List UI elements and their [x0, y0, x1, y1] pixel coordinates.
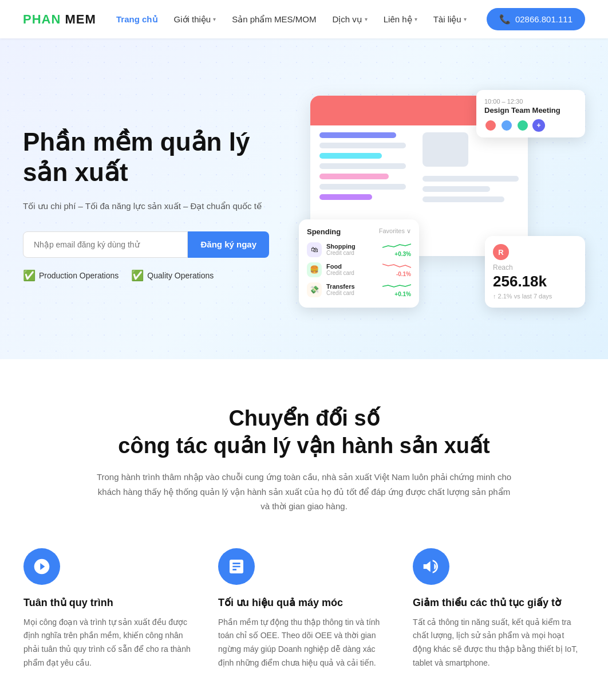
reach-logo: R	[493, 244, 509, 260]
feature-title-1: Tuân thủ quy trình	[23, 596, 195, 609]
chevron-down-icon: ▾	[365, 16, 368, 22]
badge-quality: ✅ Quality Operations	[131, 269, 214, 282]
spending-sparkline-3	[382, 282, 411, 290]
register-button[interactable]: Đăng ký ngay	[188, 231, 269, 258]
nav-item-service[interactable]: Dịch vụ ▾	[332, 14, 367, 25]
card-avatar-block	[423, 132, 468, 167]
features-section: Chuyển đổi số công tác quản lý vận hành …	[0, 359, 608, 700]
spending-item-2: 🍔 Food Credit card -0.1%	[307, 262, 411, 277]
feature-desc-1: Mọi công đoạn và trình tự sản xuất đều đ…	[23, 616, 195, 670]
nav-item-home[interactable]: Trang chủ	[116, 14, 158, 25]
spending-dot-3: 💸	[307, 282, 322, 297]
phone-cta-button[interactable]: 📞 02866.801.111	[487, 8, 585, 30]
hero-badges: ✅ Production Operations ✅ Quality Operat…	[23, 269, 269, 282]
chevron-down-icon: ▾	[414, 16, 417, 22]
hero-title: Phần mềm quản lý sản xuất	[23, 127, 269, 188]
meeting-card: 10:00 – 12:30 Design Team Meeting +	[476, 90, 585, 137]
meeting-time: 10:00 – 12:30	[484, 98, 577, 105]
check-icon-2: ✅	[131, 269, 144, 282]
nav-item-docs[interactable]: Tài liệu ▾	[433, 14, 467, 25]
spending-info-3: Transfers Credit card	[326, 283, 378, 296]
feature-item-2: Tối ưu hiệu quả máy móc Phần mềm tự động…	[218, 548, 390, 670]
feature-title-3: Giảm thiểu các thủ tục giấy tờ	[413, 596, 585, 609]
spending-title: Spending	[307, 227, 341, 236]
email-input[interactable]	[23, 231, 188, 258]
badge-production: ✅ Production Operations	[23, 269, 119, 282]
meeting-title: Design Team Meeting	[484, 106, 577, 115]
feature-icon-3	[413, 548, 449, 585]
avatar-2	[500, 119, 513, 132]
chart-icon	[227, 557, 246, 576]
hero-left: Phần mềm quản lý sản xuất Tối ưu chi phí…	[23, 127, 269, 282]
avatar-plus: +	[532, 119, 545, 132]
section2-description: Trong hành trình thâm nhập vào chuỗi cun…	[92, 470, 516, 514]
spending-item-3: 💸 Transfers Credit card +0.1%	[307, 282, 411, 297]
card-line-5	[319, 174, 389, 179]
card-col-left	[319, 132, 416, 202]
reach-value: 256.18k	[493, 273, 577, 290]
feature-item-1: Tuân thủ quy trình Mọi công đoạn và trìn…	[23, 548, 195, 670]
card-line-2	[319, 143, 406, 148]
process-icon	[33, 557, 51, 576]
spending-item-1: 🛍 Shopping Credit card +0.3%	[307, 242, 411, 257]
phone-icon: 📞	[499, 14, 511, 25]
chevron-down-icon: ▾	[464, 16, 467, 22]
card-col-right	[423, 132, 519, 202]
spending-info-1: Shopping Credit card	[326, 243, 378, 256]
logo[interactable]: PHAN MEM	[23, 12, 96, 27]
hero-illustration: 10:00 – 12:30 Design Team Meeting + Spen…	[287, 84, 585, 325]
hero-form: Đăng ký ngay	[23, 231, 269, 258]
reach-change: ↑ 2.1% vs last 7 days	[493, 293, 577, 300]
features-grid: Tuân thủ quy trình Mọi công đoạn và trìn…	[23, 548, 585, 670]
feature-icon-1	[23, 548, 60, 585]
card-body	[310, 125, 528, 209]
spending-sparkline-2	[382, 262, 411, 270]
nav-item-about[interactable]: Giới thiệu ▾	[174, 14, 216, 25]
nav-item-product[interactable]: Sản phẩm MES/MOM	[232, 14, 316, 25]
navbar: PHAN MEM Trang chủ Giới thiệu ▾ Sản phẩm…	[0, 0, 608, 38]
spending-dot-2: 🍔	[307, 262, 322, 277]
reach-card: R Reach 256.18k ↑ 2.1% vs last 7 days	[485, 236, 585, 308]
spending-favorites: Favorites ∨	[379, 227, 411, 236]
feature-item-3: Giảm thiểu các thủ tục giấy tờ Tất cả th…	[413, 548, 585, 670]
spending-header: Spending Favorites ∨	[307, 227, 411, 236]
nav-item-contact[interactable]: Liên hệ ▾	[384, 14, 417, 25]
feature-desc-3: Tất cả thông tin năng suất, kết quả kiểm…	[413, 616, 585, 670]
card-line-6	[319, 184, 406, 190]
reach-label: Reach	[493, 264, 577, 272]
avatar-3	[516, 119, 529, 132]
feature-title-2: Tối ưu hiệu quả máy móc	[218, 596, 390, 609]
card-line-4	[319, 163, 406, 169]
spending-card: Spending Favorites ∨ 🛍 Shopping Credit c…	[299, 219, 419, 308]
spending-dot-1: 🛍	[307, 242, 322, 257]
feature-icon-2	[218, 548, 255, 585]
card-line-7	[319, 194, 372, 200]
card-line-3	[319, 153, 382, 159]
spending-info-2: Food Credit card	[326, 263, 378, 276]
meeting-avatars: +	[484, 119, 577, 132]
chevron-down-icon: ▾	[213, 16, 216, 22]
hero-section: Phần mềm quản lý sản xuất Tối ưu chi phí…	[0, 38, 608, 359]
feature-desc-2: Phần mềm tự động thu thập thông tin và t…	[218, 616, 390, 670]
handshake-icon	[422, 557, 440, 576]
check-icon-1: ✅	[23, 269, 35, 282]
hero-subtitle: Tối ưu chi phí – Tối đa năng lực sản xuấ…	[23, 199, 269, 213]
nav-links: Trang chủ Giới thiệu ▾ Sản phẩm MES/MOM …	[116, 14, 467, 25]
card-line-1	[319, 132, 396, 138]
spending-sparkline-1	[382, 242, 411, 250]
section2-title: Chuyển đổi số công tác quản lý vận hành …	[23, 405, 585, 459]
avatar-1	[484, 119, 497, 132]
